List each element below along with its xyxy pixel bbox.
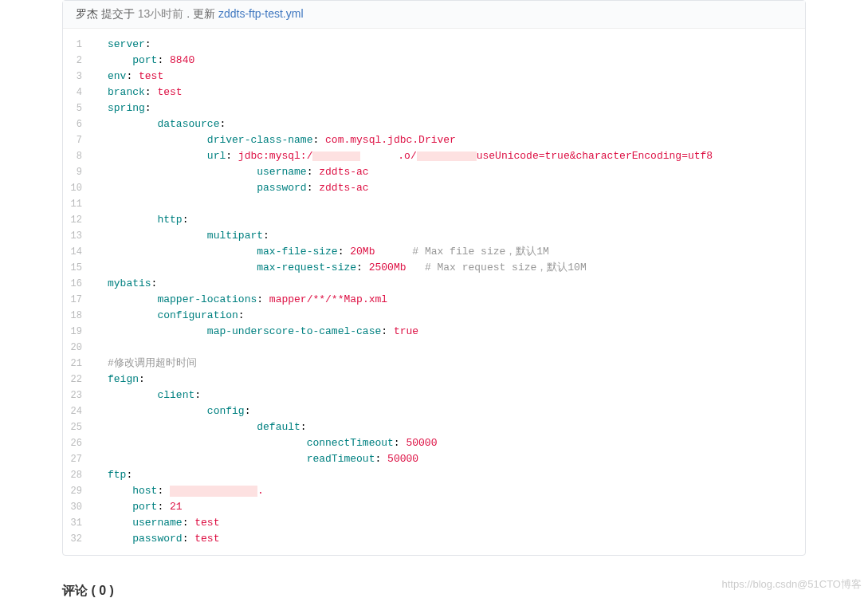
code-line: 32 password: test — [63, 531, 805, 547]
code-line: 5spring: — [63, 100, 805, 116]
line-content: username: test — [95, 515, 805, 531]
code-line: 15 max-request-size: 2500Mb # Max reques… — [63, 260, 805, 276]
code-line: 11 — [63, 196, 805, 212]
code-block[interactable]: 1server:2 port: 88403env: test4branck: t… — [63, 29, 805, 555]
line-number: 8 — [63, 148, 95, 164]
line-number: 1 — [63, 37, 95, 53]
line-number: 27 — [63, 451, 95, 467]
line-content: max-request-size: 2500Mb # Max request s… — [95, 260, 805, 276]
code-line: 2 port: 8840 — [63, 53, 805, 69]
code-line: 29 host: . — [63, 483, 805, 499]
commit-action: 提交于 — [101, 7, 135, 20]
watermark: https://blog.csdn@51CTO博客 — [721, 577, 862, 592]
line-content: configuration: — [95, 308, 805, 324]
code-line: 4branck: test — [63, 85, 805, 100]
line-number: 9 — [63, 164, 95, 180]
line-content: branck: test — [95, 85, 805, 100]
code-line: 27 readTimeout: 50000 — [63, 451, 805, 467]
line-content: spring: — [95, 100, 805, 116]
line-content: http: — [95, 212, 805, 228]
commit-time: 13小时前 — [138, 7, 184, 20]
line-number: 23 — [63, 388, 95, 403]
code-line: 1server: — [63, 37, 805, 53]
code-line: 7 driver-class-name: com.mysql.jdbc.Driv… — [63, 132, 805, 148]
line-content: server: — [95, 37, 805, 53]
code-line: 14 max-file-size: 20Mb # Max file size，默… — [63, 244, 805, 260]
line-content: config: — [95, 403, 805, 419]
code-line: 26 connectTimeout: 50000 — [63, 435, 805, 451]
code-line: 3env: test — [63, 69, 805, 85]
line-number: 28 — [63, 467, 95, 483]
line-content: driver-class-name: com.mysql.jdbc.Driver — [95, 132, 805, 148]
line-content: mybatis: — [95, 276, 805, 292]
file-view-panel: 罗杰 提交于 13小时前 . 更新 zddts-ftp-test.yml 1se… — [62, 0, 806, 556]
code-line: 22feign: — [63, 372, 805, 388]
line-content: max-file-size: 20Mb # Max file size，默认1M — [95, 244, 805, 260]
code-line: 19 map-underscore-to-camel-case: true — [63, 324, 805, 340]
line-content: ftp: — [95, 467, 805, 483]
line-number: 17 — [63, 292, 95, 308]
line-content: password: test — [95, 531, 805, 547]
comments-heading: 评论 ( 0 ) — [62, 583, 806, 598]
commit-sep: . 更新 — [187, 7, 218, 20]
line-content: mapper-locations: mapper/**/**Map.xml — [95, 292, 805, 308]
code-line: 12 http: — [63, 212, 805, 228]
code-line: 6 datasource: — [63, 116, 805, 132]
line-content: host: . — [95, 483, 805, 499]
line-number: 2 — [63, 53, 95, 69]
line-number: 29 — [63, 483, 95, 499]
line-number: 24 — [63, 403, 95, 419]
code-line: 18 configuration: — [63, 308, 805, 324]
line-number: 10 — [63, 180, 95, 196]
line-content: connectTimeout: 50000 — [95, 435, 805, 451]
code-line: 31 username: test — [63, 515, 805, 531]
line-content — [95, 340, 805, 356]
line-content: feign: — [95, 372, 805, 388]
commit-info-bar: 罗杰 提交于 13小时前 . 更新 zddts-ftp-test.yml — [63, 1, 805, 29]
line-number: 21 — [63, 356, 95, 372]
line-content: datasource: — [95, 116, 805, 132]
code-line: 25 default: — [63, 419, 805, 435]
code-line: 8 url: jdbc:mysql:/ .o/useUnicode=true&c… — [63, 148, 805, 164]
line-number: 16 — [63, 276, 95, 292]
line-number: 14 — [63, 244, 95, 260]
line-number: 25 — [63, 419, 95, 435]
code-line: 30 port: 21 — [63, 499, 805, 515]
code-line: 21#修改调用超时时间 — [63, 356, 805, 372]
line-number: 7 — [63, 132, 95, 148]
line-content: username: zddts-ac — [95, 164, 805, 180]
line-number: 32 — [63, 531, 95, 547]
line-content: multipart: — [95, 228, 805, 244]
commit-author[interactable]: 罗杰 — [76, 7, 98, 20]
line-number: 20 — [63, 340, 95, 356]
line-number: 15 — [63, 260, 95, 276]
line-content: port: 21 — [95, 499, 805, 515]
code-line: 23 client: — [63, 388, 805, 403]
line-number: 11 — [63, 196, 95, 212]
line-number: 19 — [63, 324, 95, 340]
code-line: 13 multipart: — [63, 228, 805, 244]
line-number: 26 — [63, 435, 95, 451]
line-number: 31 — [63, 515, 95, 531]
code-line: 28ftp: — [63, 467, 805, 483]
commit-filename[interactable]: zddts-ftp-test.yml — [218, 7, 304, 20]
code-line: 20 — [63, 340, 805, 356]
code-line: 10 password: zddts-ac — [63, 180, 805, 196]
code-line: 9 username: zddts-ac — [63, 164, 805, 180]
line-content: port: 8840 — [95, 53, 805, 69]
line-number: 5 — [63, 100, 95, 116]
line-number: 12 — [63, 212, 95, 228]
line-content: #修改调用超时时间 — [95, 356, 805, 372]
line-content: map-underscore-to-camel-case: true — [95, 324, 805, 340]
line-content — [95, 196, 805, 212]
code-line: 24 config: — [63, 403, 805, 419]
line-content: url: jdbc:mysql:/ .o/useUnicode=true&cha… — [95, 148, 805, 164]
line-number: 6 — [63, 116, 95, 132]
code-line: 17 mapper-locations: mapper/**/**Map.xml — [63, 292, 805, 308]
line-content: env: test — [95, 69, 805, 85]
line-content: client: — [95, 388, 805, 403]
line-content: readTimeout: 50000 — [95, 451, 805, 467]
line-number: 30 — [63, 499, 95, 515]
line-number: 4 — [63, 85, 95, 100]
line-number: 13 — [63, 228, 95, 244]
